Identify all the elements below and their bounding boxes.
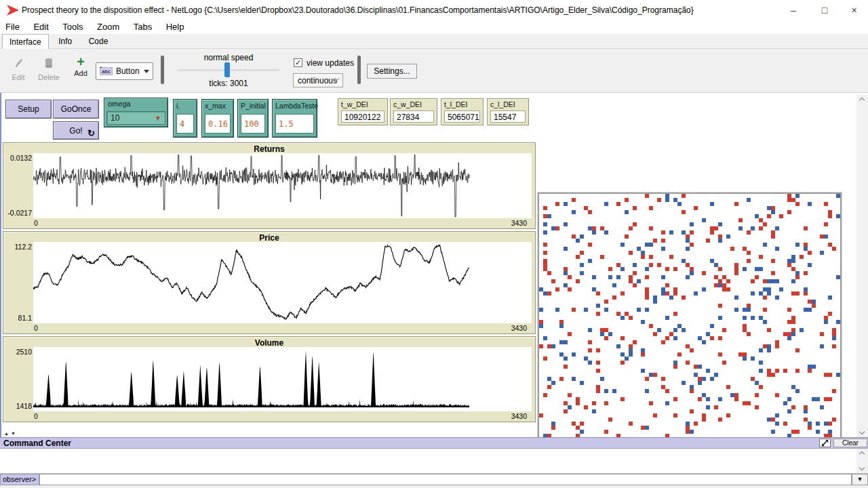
maximize-button[interactable]: □: [809, 0, 840, 20]
input-lambda-teste-field[interactable]: [275, 114, 314, 134]
minimize-button[interactable]: –: [778, 0, 809, 20]
button-widget-chip-icon: *abc: [100, 67, 113, 75]
chevron-down-icon: [144, 70, 149, 73]
plot-volume: Volume 2510 1418 0 3430: [3, 336, 536, 422]
settings-button[interactable]: Settings...: [367, 64, 417, 79]
monitor-value: 10920122: [341, 110, 384, 123]
add-label: Add: [69, 69, 92, 77]
plus-icon: +: [69, 56, 92, 68]
go-once-button[interactable]: GoOnce: [53, 100, 99, 119]
view-updates-checkbox[interactable]: ✓: [294, 58, 302, 67]
widget-type-value: Button: [116, 66, 140, 76]
scroll-down-icon[interactable]: [859, 465, 865, 470]
go-label: Go!: [69, 126, 82, 136]
output-scrollbar[interactable]: [856, 449, 868, 473]
monitor-t-l-dei: t_l_DEI 5065071: [441, 98, 484, 125]
history-dropdown-button[interactable]: ▼: [852, 474, 868, 485]
chooser-value[interactable]: 10 ▼: [106, 111, 165, 125]
x-axis-min-label: 0: [34, 324, 38, 332]
delete-widget-button[interactable]: Delete: [35, 57, 62, 81]
monitor-c-w-dei: c_w_DEI 27834: [390, 98, 437, 125]
tab-bar: Interface Info Code: [0, 34, 868, 49]
omega-chooser[interactable]: omega 10 ▼: [104, 98, 168, 127]
monitor-value: 5065071: [444, 110, 480, 123]
observer-row: observer> ▼: [0, 474, 868, 485]
menu-edit[interactable]: Edit: [28, 20, 54, 34]
y-axis-max-label: 0.0132: [5, 154, 32, 162]
plot-canvas: [33, 242, 532, 323]
menu-tabs[interactable]: Tabs: [128, 20, 157, 34]
netlogo-window: Prospect theory to the disposition effec…: [0, 0, 868, 488]
edit-widget-button[interactable]: Edit: [7, 57, 30, 81]
widget-type-select[interactable]: *abc Button: [96, 62, 153, 80]
observer-input[interactable]: [39, 474, 852, 485]
observer-prompt: observer>: [0, 474, 39, 485]
pencil-icon: [14, 57, 23, 69]
setup-button[interactable]: Setup: [5, 100, 52, 119]
command-center-header: Command Center Clear: [0, 437, 868, 449]
monitor-t-w-dei: t_w_DEI 10920122: [338, 98, 388, 125]
monitor-value: 27834: [393, 110, 434, 123]
window-title: Prospect theory to the disposition effec…: [22, 5, 694, 15]
input-i: i.: [173, 99, 197, 138]
input-p-initial: P_initial: [237, 99, 269, 138]
x-axis-min-label: 0: [34, 219, 38, 227]
ticks-counter: ticks: 3001: [178, 79, 279, 88]
plot-canvas: [33, 347, 532, 411]
expand-command-center-button[interactable]: [819, 439, 831, 447]
x-axis-max-label: 3430: [511, 412, 527, 420]
plot-price: Price 112.2 81.1 0 3430: [3, 231, 536, 334]
toolbar-separator: [161, 56, 164, 84]
input-x-max-field[interactable]: [205, 114, 231, 134]
input-i-field[interactable]: [176, 114, 194, 134]
forever-icon: ↻: [87, 129, 95, 138]
speed-slider-label: normal speed: [178, 53, 279, 62]
scroll-down-icon[interactable]: [859, 429, 865, 434]
plot-returns: Returns 0.0132 -0.0217 0 3430: [3, 142, 536, 229]
diagonal-arrows-icon: [821, 439, 829, 447]
interface-scrollbar[interactable]: [856, 95, 868, 437]
x-axis-min-label: 0: [34, 412, 38, 420]
y-axis-min-label: 1418: [5, 402, 32, 410]
input-x-max: x_max: [201, 99, 234, 138]
y-axis-max-label: 112.2: [5, 243, 32, 251]
y-axis-max-label: 2510: [5, 348, 32, 356]
toolbar: Edit Delete + Add *abc Button normal spe…: [0, 49, 868, 93]
input-p-initial-field[interactable]: [241, 114, 265, 134]
close-button[interactable]: ×: [840, 0, 868, 20]
update-mode-select[interactable]: continuous: [293, 73, 343, 87]
chooser-label: omega: [108, 100, 131, 108]
command-center-output[interactable]: [0, 449, 868, 474]
edit-label: Edit: [7, 73, 30, 81]
title-bar: Prospect theory to the disposition effec…: [0, 0, 868, 20]
menu-bar: File Edit Tools Zoom Tabs Help: [0, 20, 868, 34]
view-updates-label: view updates: [307, 58, 354, 68]
tab-code[interactable]: Code: [82, 34, 115, 48]
trash-icon: [44, 57, 54, 69]
chooser-dropdown-icon: ▼: [155, 115, 161, 122]
interface-canvas: Setup GoOnce Go! ↻ omega 10 ▼ i. x_max P…: [0, 93, 868, 437]
menu-help[interactable]: Help: [161, 20, 190, 34]
plot-title: Volume: [3, 338, 535, 348]
y-axis-min-label: 81.1: [5, 314, 32, 322]
netlogo-logo-icon: [6, 4, 20, 16]
go-forever-button[interactable]: Go! ↻: [53, 121, 99, 140]
monitor-c-l-dei: c_l_DEI 15547: [487, 98, 529, 125]
menu-tools[interactable]: Tools: [57, 20, 88, 34]
command-center-splitter[interactable]: ▲▼: [4, 431, 18, 436]
tab-interface[interactable]: Interface: [2, 34, 49, 49]
y-axis-min-label: -0.0217: [5, 209, 32, 217]
speed-slider-handle[interactable]: [224, 62, 230, 77]
plot-title: Price: [3, 233, 535, 243]
scroll-up-icon[interactable]: [859, 98, 865, 103]
monitor-value: 15547: [490, 110, 526, 123]
command-center-title: Command Center: [3, 439, 71, 448]
menu-zoom[interactable]: Zoom: [92, 20, 125, 34]
pane-edge: [0, 93, 1, 485]
scroll-up-icon[interactable]: [859, 451, 865, 457]
clear-button[interactable]: Clear: [833, 439, 867, 447]
delete-label: Delete: [35, 73, 62, 81]
tab-info[interactable]: Info: [52, 34, 79, 48]
add-widget-button[interactable]: + Add: [69, 56, 92, 77]
menu-file[interactable]: File: [0, 20, 25, 34]
